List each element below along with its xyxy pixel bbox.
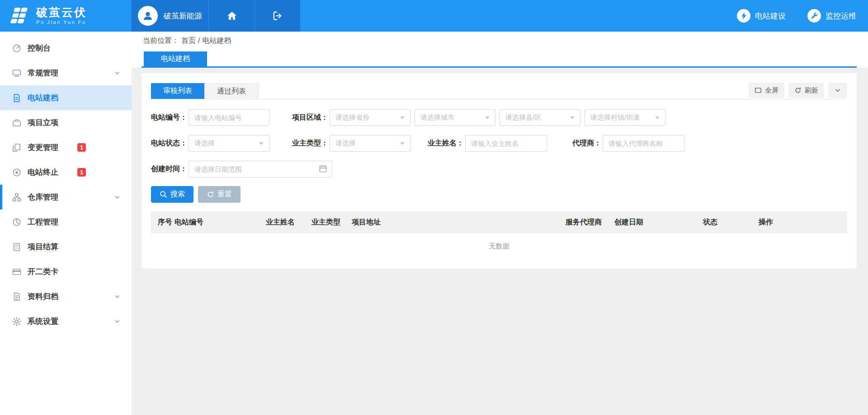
sitemap-icon	[12, 193, 21, 202]
nav-label: 电站建设	[755, 11, 786, 21]
table-header-actions: 操作	[759, 211, 847, 233]
stop-icon	[12, 168, 21, 177]
region-label: 项目区域：	[292, 113, 328, 122]
county-select[interactable]: 请选择县/区	[500, 109, 580, 126]
breadcrumb-current: 电站建档	[202, 36, 231, 46]
sidebar-item-system-settings[interactable]: 系统设置	[0, 309, 132, 334]
sidebar-item-change-management[interactable]: 变更管理 1	[0, 135, 132, 160]
sidebar-item-data-archive[interactable]: 资料归档	[0, 284, 132, 309]
panel-tabs: 审核列表 通过列表	[151, 83, 259, 99]
calculator-icon	[12, 242, 21, 252]
notification-badge: 1	[77, 143, 86, 152]
search-button[interactable]: 搜索	[151, 186, 193, 203]
sidebar-item-warehouse-management[interactable]: 仓库管理	[0, 185, 132, 210]
fullscreen-icon	[755, 87, 762, 94]
select-arrow-icon	[485, 117, 490, 119]
page-tabstrip: 电站建档	[132, 50, 868, 68]
select-arrow-icon	[259, 142, 264, 145]
page-tab-station-archive[interactable]: 电站建档	[144, 51, 207, 66]
sidebar-item-console[interactable]: 控制台	[0, 36, 132, 61]
sidebar-item-label: 电站终止	[28, 167, 58, 177]
card-icon	[12, 267, 21, 276]
nav-station-construction[interactable]: 电站建设	[737, 9, 786, 23]
main-area: 当前位置： 首页 / 电站建档 电站建档 审核列表 通过列表	[132, 32, 868, 415]
sidebar-item-project-settlement[interactable]: 项目结算	[0, 234, 132, 259]
owner-name-label: 业主姓名：	[428, 139, 464, 148]
province-select[interactable]: 请选择省份	[330, 109, 410, 126]
fullscreen-button[interactable]: 全屏	[749, 83, 784, 98]
table-header-station-no: 电站编号	[175, 211, 266, 233]
breadcrumb-prefix: 当前位置：	[143, 36, 179, 46]
tenant-name: 破茧新能源	[164, 11, 202, 21]
logout-button[interactable]	[255, 0, 300, 32]
app-logo: 破茧云伏 Po Jian Yun Fu	[0, 0, 132, 32]
file-icon	[12, 292, 21, 301]
monitor-icon	[12, 69, 21, 78]
sidebar-item-label: 电站建档	[28, 93, 58, 103]
tab-review-list[interactable]: 审核列表	[151, 83, 204, 99]
home-icon	[226, 10, 237, 21]
empty-state: 无数据	[151, 233, 847, 259]
sidebar-item-station-termination[interactable]: 电站终止 1	[0, 160, 132, 185]
reset-button[interactable]: 重置	[198, 186, 241, 203]
tab-passed-list[interactable]: 通过列表	[204, 83, 259, 99]
header-nav: 电站建设 监控运维	[737, 0, 868, 32]
sidebar-item-open-type2-card[interactable]: 开二类卡	[0, 259, 132, 284]
chevron-down-icon	[114, 318, 121, 325]
avatar	[138, 6, 158, 26]
station-no-input[interactable]	[189, 109, 269, 126]
sidebar-item-project-initiation[interactable]: 项目立项	[0, 110, 132, 135]
panel: 审核列表 通过列表 全屏	[142, 73, 857, 268]
city-select[interactable]: 请选择城市	[415, 109, 495, 126]
refresh-button[interactable]: 刷新	[788, 83, 824, 98]
table-header-owner-type: 业主类型	[311, 211, 352, 233]
table-header-index: 序号	[151, 211, 175, 233]
created-time-label: 创建时间：	[151, 164, 187, 174]
breadcrumb-home-link[interactable]: 首页	[181, 36, 196, 46]
sidebar-item-general-management[interactable]: 常规管理	[0, 61, 132, 85]
user-menu[interactable]: 破茧新能源	[132, 0, 208, 32]
sidebar-item-label: 常规管理	[28, 68, 58, 78]
owner-type-select[interactable]: 请选择	[330, 135, 410, 152]
table-header-owner-name: 业主姓名	[266, 211, 311, 233]
agent-input[interactable]	[603, 135, 684, 152]
search-icon	[160, 191, 167, 198]
logo-title: 破茧云伏	[36, 7, 87, 18]
sidebar-item-label: 仓库管理	[28, 192, 58, 202]
notification-badge: 1	[77, 168, 86, 177]
copy-icon	[12, 143, 21, 152]
pie-chart-icon	[12, 218, 21, 227]
agent-label: 代理商：	[572, 139, 601, 148]
logo-icon	[8, 7, 31, 24]
logo-subtitle: Po Jian Yun Fu	[36, 20, 87, 25]
briefcase-icon	[12, 118, 21, 127]
user-icon	[142, 10, 154, 22]
station-status-select[interactable]: 请选择	[189, 135, 269, 152]
owner-name-input[interactable]	[465, 135, 547, 152]
owner-type-label: 业主类型：	[292, 139, 328, 148]
date-range-input[interactable]	[189, 161, 332, 177]
town-select[interactable]: 请选择村镇/街道	[585, 109, 665, 126]
results-table: 序号 电站编号 业主姓名 业主类型 项目地址 服务代理商 创建日期 状态 操作	[151, 211, 847, 259]
select-arrow-icon	[400, 117, 405, 119]
wrench-icon	[810, 12, 818, 20]
chevron-down-icon	[834, 87, 841, 94]
sidebar-item-label: 资料归档	[28, 291, 58, 302]
breadcrumb-separator: /	[198, 37, 200, 45]
table-header-service-agent: 服务代理商	[566, 211, 614, 233]
chevron-down-icon	[114, 194, 121, 201]
sidebar-item-station-archive[interactable]: 电站建档	[0, 85, 132, 110]
collapse-button[interactable]	[828, 83, 847, 98]
chevron-down-icon	[114, 293, 121, 300]
chevron-down-icon	[114, 70, 121, 76]
sidebar-item-engineering-management[interactable]: 工程管理	[0, 210, 132, 234]
sidebar-item-label: 系统设置	[28, 316, 58, 326]
home-button[interactable]	[208, 0, 255, 32]
dashboard-icon	[12, 44, 21, 53]
sidebar: 控制台 常规管理 电站建档	[0, 32, 132, 415]
lightning-icon	[740, 12, 748, 20]
select-arrow-icon	[655, 117, 660, 119]
app-header: 破茧云伏 Po Jian Yun Fu 破茧新能源	[0, 0, 868, 32]
nav-monitoring-ops[interactable]: 监控运维	[807, 9, 856, 23]
gear-icon	[12, 317, 21, 326]
